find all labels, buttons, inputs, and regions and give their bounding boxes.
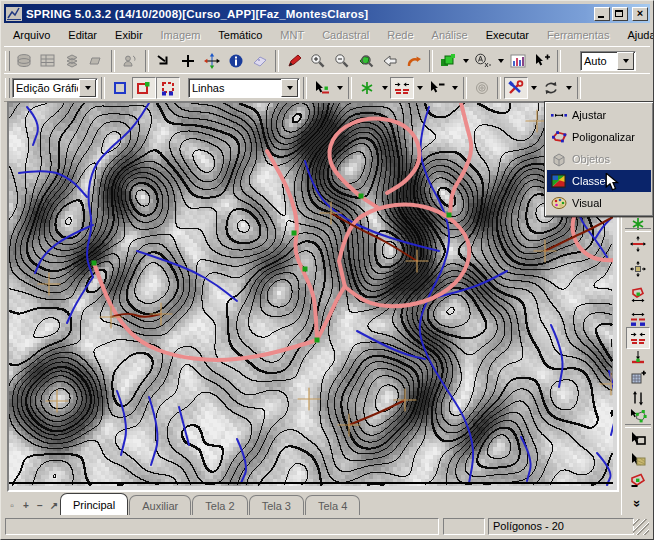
menu-mnt: MNT	[271, 26, 313, 44]
cursor-minus-button[interactable]	[425, 77, 449, 99]
asterisk-green-button[interactable]	[355, 77, 379, 99]
cursor-line-edit-dropdown-arrow[interactable]	[334, 77, 345, 99]
square-blue-button[interactable]	[108, 77, 132, 99]
label-tag-icon	[251, 53, 269, 69]
back-arrow-button[interactable]	[378, 50, 402, 72]
green-squares-dropdown-arrow[interactable]	[460, 50, 471, 72]
join-dashes-button[interactable]	[626, 327, 650, 349]
remove-view-icon[interactable]: −	[34, 499, 46, 511]
tab-tela-3[interactable]: Tela 3	[249, 495, 304, 515]
menu-item-classes[interactable]: Classes	[547, 170, 651, 192]
toolbar-edit: Edição GráficaLinhas	[4, 73, 650, 102]
maximize-button[interactable]	[612, 7, 628, 21]
pan-arrows-button[interactable]	[200, 50, 224, 72]
person-photo-button	[118, 50, 142, 72]
tools-wrench-button[interactable]	[504, 77, 528, 99]
cursor-minus-dropdown-arrow[interactable]	[449, 77, 460, 99]
draw-last-button[interactable]	[152, 50, 176, 72]
move-line-button[interactable]	[626, 233, 650, 255]
spiral-icon	[473, 80, 491, 96]
tab-tela-4[interactable]: Tela 4	[305, 495, 360, 515]
square-red-green-button[interactable]	[132, 77, 156, 99]
mode-combo-value: Edição Gráfica	[13, 82, 78, 94]
cursor-rect-icon	[629, 431, 647, 447]
objects-icon	[549, 151, 569, 167]
resize-grip[interactable]	[633, 519, 649, 535]
person-photo-icon	[121, 53, 139, 69]
move-point-button[interactable]	[626, 258, 650, 280]
plane-layer-icon	[87, 53, 105, 69]
map-canvas[interactable]	[9, 103, 613, 486]
asterisk-green-dropdown-arrow[interactable]	[379, 77, 390, 99]
refresh-cycle-dropdown-arrow[interactable]	[563, 77, 574, 99]
font-scale-dropdown-arrow[interactable]	[495, 50, 506, 72]
histogram-button[interactable]	[506, 50, 530, 72]
tab-tela-2[interactable]: Tela 2	[192, 495, 247, 515]
redo-orange-button[interactable]	[402, 50, 426, 72]
pan-arrows-icon	[203, 53, 221, 69]
square-red-dashed-button[interactable]	[156, 77, 180, 99]
zoom-in-button[interactable]	[306, 50, 330, 72]
crosshair-plus-button[interactable]	[176, 50, 200, 72]
mode-combo[interactable]: Edição Gráfica	[12, 78, 98, 98]
zoom-out-button[interactable]	[330, 50, 354, 72]
refresh-cycle-button[interactable]	[539, 77, 563, 99]
join-dashes-icon	[393, 80, 411, 96]
toolbar-grip[interactable]	[5, 51, 10, 71]
cursor-hatch-rect-button[interactable]	[626, 449, 650, 471]
minimize-button[interactable]	[594, 7, 610, 21]
menu-item-ajustar[interactable]: Ajustar	[547, 104, 651, 126]
view-tab-bar: ▫+−↗PrincipalAuxiliarTela 2Tela 3Tela 4	[4, 494, 620, 515]
menu-exibir[interactable]: Exibir	[106, 26, 152, 44]
toolbar-main: Auto	[4, 46, 650, 74]
menu-tematico[interactable]: Temático	[209, 26, 271, 44]
pattern-plus-button[interactable]	[626, 367, 650, 389]
menu-editar[interactable]: Editar	[59, 26, 106, 44]
join-dashes-dropdown-arrow[interactable]	[414, 77, 425, 99]
menu-item-objetos: Objetos	[547, 148, 651, 170]
edit-target-combo-value: Linhas	[189, 82, 280, 94]
snap-line-button[interactable]	[626, 347, 650, 369]
menu-item-visual[interactable]: Visual	[547, 192, 651, 214]
toolbar-separator	[577, 77, 581, 99]
close-button[interactable]: ×	[632, 7, 648, 21]
cursor-minus-icon	[428, 80, 446, 96]
zoom-scale-combo-arrow[interactable]	[617, 52, 634, 70]
toolbar-separator	[145, 50, 149, 72]
menu-ajuda[interactable]: Ajuda	[618, 26, 654, 44]
pencil-red-button[interactable]	[282, 50, 306, 72]
zoom-selection-button[interactable]	[354, 50, 378, 72]
title-bar: SPRING 5.0.3.2 (14/10/2008)[Curso_APP][F…	[4, 4, 650, 23]
polygon-minus-button[interactable]	[626, 469, 650, 491]
table-report-button	[36, 50, 60, 72]
square-blue-icon	[111, 80, 129, 96]
mode-combo-arrow[interactable]	[79, 79, 96, 97]
menu-executar[interactable]: Executar	[477, 26, 538, 44]
plane-layer-button	[84, 50, 108, 72]
add-view-icon[interactable]: +	[20, 499, 32, 511]
cursor-plus-button[interactable]	[530, 50, 554, 72]
menu-arquivo[interactable]: Arquivo	[4, 26, 59, 44]
edit-target-combo-arrow[interactable]	[281, 79, 298, 97]
tab-auxiliar[interactable]: Auxiliar	[129, 495, 191, 515]
menu-analise: Análise	[423, 26, 477, 44]
cursor-line-edit-button[interactable]	[310, 77, 334, 99]
menu-item-poligonalizar[interactable]: Poligonalizar	[547, 126, 651, 148]
tools-wrench-dropdown-arrow[interactable]	[528, 77, 539, 99]
font-scale-button[interactable]	[471, 50, 495, 72]
join-dashes-button[interactable]	[390, 77, 414, 99]
info-button[interactable]	[224, 50, 248, 72]
restore-box-icon[interactable]: ▫	[6, 499, 18, 511]
chevrons-down-button[interactable]: »	[626, 492, 650, 514]
detach-view-icon[interactable]: ↗	[48, 499, 60, 511]
polygonize-icon	[549, 129, 569, 145]
edit-target-combo[interactable]: Linhas	[188, 78, 300, 98]
toolbar-grip[interactable]	[5, 78, 10, 98]
tab-principal[interactable]: Principal	[60, 493, 128, 515]
move-polygon-button[interactable]	[626, 284, 650, 306]
chevrons-down-icon: »	[634, 496, 641, 511]
zoom-scale-combo[interactable]: Auto	[580, 51, 636, 71]
join-dashes-icon	[629, 330, 647, 346]
green-squares-button[interactable]	[436, 50, 460, 72]
cursor-rect-button[interactable]	[626, 428, 650, 450]
